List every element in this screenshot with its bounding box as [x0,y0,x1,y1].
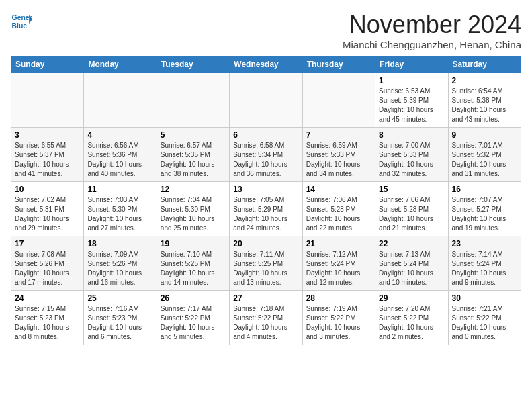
calendar-week-row: 17Sunrise: 7:08 AM Sunset: 5:26 PM Dayli… [11,236,521,291]
day-info: Sunrise: 7:16 AM Sunset: 5:23 PM Dayligh… [87,304,152,342]
day-info: Sunrise: 7:00 AM Sunset: 5:33 PM Dayligh… [379,141,444,179]
day-number: 7 [306,130,371,140]
day-number: 22 [379,239,444,248]
day-info: Sunrise: 7:11 AM Sunset: 5:25 PM Dayligh… [233,250,298,287]
day-info: Sunrise: 6:57 AM Sunset: 5:35 PM Dayligh… [161,141,226,179]
month-title: November 2024 [343,11,521,39]
calendar-cell: 15Sunrise: 7:06 AM Sunset: 5:28 PM Dayli… [375,182,448,236]
weekday-header: Saturday [448,56,521,73]
day-number: 23 [452,239,517,248]
weekday-header: Thursday [302,56,375,73]
day-info: Sunrise: 6:54 AM Sunset: 5:38 PM Dayligh… [452,87,517,124]
location-subtitle: Mianchi Chengguanzhen, Henan, China [343,39,521,50]
calendar-cell: 8Sunrise: 7:00 AM Sunset: 5:33 PM Daylig… [375,128,448,182]
day-info: Sunrise: 7:15 AM Sunset: 5:23 PM Dayligh… [15,304,80,342]
day-info: Sunrise: 7:05 AM Sunset: 5:29 PM Dayligh… [233,195,298,233]
day-number: 9 [452,130,517,140]
calendar-cell: 23Sunrise: 7:14 AM Sunset: 5:24 PM Dayli… [448,236,521,291]
calendar-table: SundayMondayTuesdayWednesdayThursdayFrid… [11,56,521,345]
calendar-cell: 14Sunrise: 7:06 AM Sunset: 5:28 PM Dayli… [302,182,375,236]
day-info: Sunrise: 7:02 AM Sunset: 5:31 PM Dayligh… [15,195,80,233]
day-number: 25 [87,293,152,303]
svg-text:Blue: Blue [12,22,28,30]
calendar-cell: 30Sunrise: 7:21 AM Sunset: 5:22 PM Dayli… [448,291,521,345]
calendar-cell: 9Sunrise: 7:01 AM Sunset: 5:32 PM Daylig… [448,128,521,182]
day-info: Sunrise: 7:20 AM Sunset: 5:22 PM Dayligh… [379,304,444,342]
day-info: Sunrise: 7:09 AM Sunset: 5:26 PM Dayligh… [87,250,152,287]
day-info: Sunrise: 6:59 AM Sunset: 5:33 PM Dayligh… [306,141,371,179]
day-info: Sunrise: 6:55 AM Sunset: 5:37 PM Dayligh… [15,141,80,179]
day-number: 6 [233,130,298,140]
calendar-cell: 25Sunrise: 7:16 AM Sunset: 5:23 PM Dayli… [84,291,157,345]
day-number: 13 [233,185,298,194]
day-info: Sunrise: 6:58 AM Sunset: 5:34 PM Dayligh… [233,141,298,179]
calendar-cell: 29Sunrise: 7:20 AM Sunset: 5:22 PM Dayli… [375,291,448,345]
logo-icon: General Blue [11,11,32,32]
calendar-cell [84,73,157,128]
day-info: Sunrise: 7:10 AM Sunset: 5:25 PM Dayligh… [161,250,226,287]
day-info: Sunrise: 7:14 AM Sunset: 5:24 PM Dayligh… [452,250,517,287]
day-info: Sunrise: 7:13 AM Sunset: 5:24 PM Dayligh… [379,250,444,287]
day-number: 30 [452,293,517,303]
calendar-cell: 6Sunrise: 6:58 AM Sunset: 5:34 PM Daylig… [230,128,302,182]
day-number: 21 [306,239,371,248]
day-info: Sunrise: 7:06 AM Sunset: 5:28 PM Dayligh… [379,195,444,233]
weekday-header: Monday [84,56,157,73]
weekday-header: Sunday [11,56,84,73]
calendar-cell [302,73,375,128]
day-number: 10 [15,185,80,194]
day-number: 5 [161,130,226,140]
calendar-cell: 19Sunrise: 7:10 AM Sunset: 5:25 PM Dayli… [157,236,229,291]
calendar-cell: 11Sunrise: 7:03 AM Sunset: 5:30 PM Dayli… [84,182,157,236]
day-number: 14 [306,185,371,194]
day-number: 12 [161,185,226,194]
day-info: Sunrise: 7:18 AM Sunset: 5:22 PM Dayligh… [233,304,298,342]
logo: General Blue [11,11,32,32]
day-info: Sunrise: 7:04 AM Sunset: 5:30 PM Dayligh… [161,195,226,233]
day-number: 17 [15,239,80,248]
day-number: 2 [452,76,517,85]
calendar-cell: 16Sunrise: 7:07 AM Sunset: 5:27 PM Dayli… [448,182,521,236]
day-number: 3 [15,130,80,140]
calendar-cell: 4Sunrise: 6:56 AM Sunset: 5:36 PM Daylig… [84,128,157,182]
calendar-week-row: 3Sunrise: 6:55 AM Sunset: 5:37 PM Daylig… [11,128,521,182]
day-info: Sunrise: 7:12 AM Sunset: 5:24 PM Dayligh… [306,250,371,287]
weekday-header: Friday [375,56,448,73]
day-info: Sunrise: 6:56 AM Sunset: 5:36 PM Dayligh… [87,141,152,179]
calendar-cell: 18Sunrise: 7:09 AM Sunset: 5:26 PM Dayli… [84,236,157,291]
calendar-cell: 10Sunrise: 7:02 AM Sunset: 5:31 PM Dayli… [11,182,84,236]
day-number: 29 [379,293,444,303]
day-info: Sunrise: 7:17 AM Sunset: 5:22 PM Dayligh… [161,304,226,342]
calendar-cell [230,73,302,128]
day-info: Sunrise: 7:07 AM Sunset: 5:27 PM Dayligh… [452,195,517,233]
calendar-cell: 2Sunrise: 6:54 AM Sunset: 5:38 PM Daylig… [448,73,521,128]
day-info: Sunrise: 7:21 AM Sunset: 5:22 PM Dayligh… [452,304,517,342]
day-number: 28 [306,293,371,303]
page-header: General Blue November 2024 Mianchi Cheng… [11,11,521,50]
day-number: 18 [87,239,152,248]
calendar-cell: 20Sunrise: 7:11 AM Sunset: 5:25 PM Dayli… [230,236,302,291]
calendar-cell: 12Sunrise: 7:04 AM Sunset: 5:30 PM Dayli… [157,182,229,236]
day-info: Sunrise: 7:19 AM Sunset: 5:22 PM Dayligh… [306,304,371,342]
day-number: 26 [161,293,226,303]
calendar-cell: 3Sunrise: 6:55 AM Sunset: 5:37 PM Daylig… [11,128,84,182]
calendar-cell: 28Sunrise: 7:19 AM Sunset: 5:22 PM Dayli… [302,291,375,345]
day-number: 8 [379,130,444,140]
calendar-cell: 27Sunrise: 7:18 AM Sunset: 5:22 PM Dayli… [230,291,302,345]
calendar-cell: 1Sunrise: 6:53 AM Sunset: 5:39 PM Daylig… [375,73,448,128]
day-number: 16 [452,185,517,194]
calendar-cell: 21Sunrise: 7:12 AM Sunset: 5:24 PM Dayli… [302,236,375,291]
calendar-cell: 26Sunrise: 7:17 AM Sunset: 5:22 PM Dayli… [157,291,229,345]
calendar-cell: 7Sunrise: 6:59 AM Sunset: 5:33 PM Daylig… [302,128,375,182]
day-info: Sunrise: 7:06 AM Sunset: 5:28 PM Dayligh… [306,195,371,233]
calendar-header-row: SundayMondayTuesdayWednesdayThursdayFrid… [11,56,521,73]
day-number: 19 [161,239,226,248]
calendar-cell [11,73,84,128]
weekday-header: Tuesday [157,56,229,73]
calendar-cell: 17Sunrise: 7:08 AM Sunset: 5:26 PM Dayli… [11,236,84,291]
day-number: 20 [233,239,298,248]
calendar-cell: 22Sunrise: 7:13 AM Sunset: 5:24 PM Dayli… [375,236,448,291]
calendar-cell: 13Sunrise: 7:05 AM Sunset: 5:29 PM Dayli… [230,182,302,236]
calendar-cell [157,73,229,128]
calendar-cell: 5Sunrise: 6:57 AM Sunset: 5:35 PM Daylig… [157,128,229,182]
